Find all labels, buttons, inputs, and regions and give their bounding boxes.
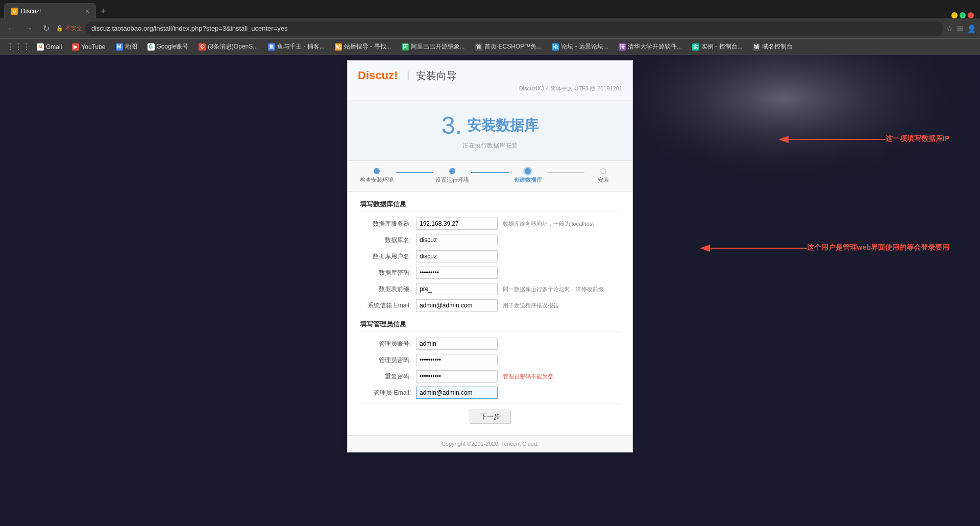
bookmark-gmail-label: Gmail xyxy=(46,43,62,51)
step-connector-3 xyxy=(547,172,584,173)
bookmark-fish[interactable]: 鱼 鱼与千王 - 捕客... xyxy=(264,41,329,52)
new-tab-button[interactable]: + xyxy=(96,4,110,18)
step-number-title: 3. 安装数据库 xyxy=(358,111,622,139)
form-row-db-server: 数据库服务器: 数据库服务器地址，一般为 localhost xyxy=(360,218,620,230)
bookmark-console[interactable]: 实 实例 - 控制台... xyxy=(688,41,747,52)
reload-button[interactable]: ↻ xyxy=(39,21,53,36)
bookmark-forum[interactable]: 论 论坛 - 远景论坛... xyxy=(548,41,612,52)
profile-icon[interactable]: 👤 xyxy=(967,25,976,33)
admin-pass-confirm-hint: 管理员密码不能为空 xyxy=(503,373,553,380)
bookmark-google-label: Google账号 xyxy=(157,42,189,51)
maximize-button[interactable] xyxy=(960,12,966,18)
bookmarks-bar: ⋮⋮⋮ M Gmail ▶ YouTube M 地图 G Google账号 C … xyxy=(0,39,980,55)
form-row-db-prefix: 数据表前缀: 同一数据库运行多个论坛时，请修改前缀 xyxy=(360,283,620,295)
apps-icon[interactable]: ⋮⋮⋮ xyxy=(6,42,31,52)
forward-button[interactable]: → xyxy=(21,21,36,36)
admin-pass-label: 管理员密码: xyxy=(360,356,416,365)
bookmark-alibaba[interactable]: 阿 阿里巴巴开源镜象... xyxy=(398,41,469,52)
annotation-admin: 这个用户是管理web界面使用的等会登录要用 xyxy=(807,243,949,252)
db-prefix-input[interactable] xyxy=(416,283,498,295)
bookmark-search[interactable]: 站 站播搜导 - 寻找... xyxy=(331,41,396,52)
close-button[interactable] xyxy=(968,12,974,18)
admin-account-label: 管理员账号: xyxy=(360,340,416,348)
db-pass-input[interactable] xyxy=(416,267,498,279)
step-dot-3 xyxy=(525,168,531,174)
back-button[interactable]: ← xyxy=(4,21,18,36)
progress-steps: 检查安装环境 设置运行环境 创建数据库 安装 xyxy=(348,161,632,192)
step-dot-2 xyxy=(449,168,455,174)
db-server-input[interactable] xyxy=(416,218,498,230)
progress-step-1: 检查安装环境 xyxy=(358,168,396,184)
form-row-admin-email: 管理员 Email: xyxy=(360,387,620,399)
tab-bar: D Discuz! × + xyxy=(0,0,980,18)
footer-text: Copyright ©2001-2020, Tencent Cloud. xyxy=(442,441,538,447)
bookmark-ecshop-label: 首页-ECSHOP™免... xyxy=(484,42,542,51)
admin-email-input[interactable] xyxy=(416,387,498,399)
bookmark-chrome-ext[interactable]: C (3条消息)OpenS... xyxy=(194,41,262,52)
progress-step-2: 设置运行环境 xyxy=(433,168,471,184)
maps-icon: M xyxy=(116,43,123,51)
address-input[interactable] xyxy=(85,21,943,36)
bookmark-domain[interactable]: 域 域名控制台 xyxy=(749,41,797,52)
admin-pass-confirm-label: 重复密码: xyxy=(360,372,416,381)
admin-section-title: 填写管理员信息 xyxy=(360,320,620,331)
active-tab[interactable]: D Discuz! × xyxy=(4,3,96,18)
domain-icon: 域 xyxy=(753,43,760,51)
extensions-icon[interactable]: ⊞ xyxy=(957,25,963,33)
address-bar-row: ← → ↻ 🔓 不安全 ☆ ⊞ 👤 xyxy=(0,18,980,39)
admin-pass-confirm-input[interactable] xyxy=(416,370,498,382)
form-row-admin-pass-confirm: 重复密码: 管理员密码不能为空 xyxy=(360,370,620,382)
bookmark-forum-label: 论坛 - 远景论坛... xyxy=(561,42,608,51)
forum-icon: 论 xyxy=(552,43,559,51)
db-user-input[interactable] xyxy=(416,250,498,262)
bookmark-tsinghua-label: 清华大学开源软件... xyxy=(628,42,682,51)
bookmark-maps-label: 地图 xyxy=(125,42,137,51)
security-badge: 🔓 不安全 xyxy=(56,25,82,32)
annotation-admin-text: 这个用户是管理web界面使用的等会登录要用 xyxy=(807,243,949,252)
tab-favicon: D xyxy=(11,8,18,15)
panel-title-row: Discuz! 丨 安装向导 xyxy=(358,69,622,83)
tsinghua-icon: 清 xyxy=(619,43,626,51)
bookmark-star-icon[interactable]: ☆ xyxy=(946,25,953,33)
step-connector-1 xyxy=(396,172,433,173)
bookmark-domain-label: 域名控制台 xyxy=(762,42,793,51)
tab-close-button[interactable]: × xyxy=(85,8,89,15)
chrome-ext-icon: C xyxy=(199,43,206,51)
console-icon: 实 xyxy=(692,43,699,51)
admin-account-input[interactable] xyxy=(416,338,498,350)
lock-icon: 🔓 xyxy=(56,25,63,32)
bookmark-ecshop[interactable]: 首 首页-ECSHOP™免... xyxy=(471,41,546,52)
annotation-db-ip: 这一项填写数据库IP xyxy=(886,134,949,144)
bookmark-youtube[interactable]: ▶ YouTube xyxy=(68,42,109,52)
alibaba-icon: 阿 xyxy=(402,43,409,51)
bookmark-fish-label: 鱼与千王 - 捕客... xyxy=(277,42,325,51)
main-content: 这一项填写数据库IP 这个用户是管理web界面使用的等会登录要用 Discuz!… xyxy=(0,55,980,526)
brand-discuz: Discuz! xyxy=(358,69,398,82)
bookmark-console-label: 实例 - 控制台... xyxy=(701,42,743,51)
minimize-button[interactable] xyxy=(951,12,958,18)
panel-footer: Copyright ©2001-2020, Tencent Cloud. xyxy=(348,435,632,452)
bookmark-tsinghua[interactable]: 清 清华大学开源软件... xyxy=(615,41,686,52)
install-panel: Discuz! 丨 安装向导 DiscuzIX3.4 简体中文 UTF8 版 2… xyxy=(347,60,633,452)
step-number: 3. xyxy=(442,111,462,139)
browser-chrome: D Discuz! × + ← → ↻ 🔓 不安全 ☆ ⊞ 👤 ⋮⋮⋮ M xyxy=(0,0,980,55)
annotation-db-ip-text: 这一项填写数据库IP xyxy=(886,134,949,144)
db-name-input[interactable] xyxy=(416,234,498,246)
submit-row: 下一步 xyxy=(360,403,620,430)
next-step-button[interactable]: 下一步 xyxy=(470,410,511,424)
bookmark-google[interactable]: G Google账号 xyxy=(143,41,193,52)
sys-email-input[interactable] xyxy=(416,299,498,312)
tab-title: Discuz! xyxy=(21,8,82,15)
db-section-title: 填写数据库信息 xyxy=(360,200,620,211)
admin-pass-input[interactable] xyxy=(416,354,498,366)
form-row-db-user: 数据库用户名: xyxy=(360,250,620,262)
step-subtitle: 正在执行数据库安装 xyxy=(358,141,622,150)
window-controls xyxy=(951,12,976,18)
db-user-label: 数据库用户名: xyxy=(360,252,416,261)
step-connector-2 xyxy=(471,172,509,173)
bookmark-maps[interactable]: M 地图 xyxy=(112,41,141,52)
ecshop-icon: 首 xyxy=(475,43,482,51)
step-label-2: 设置运行环境 xyxy=(435,176,469,184)
bookmark-gmail[interactable]: M Gmail xyxy=(33,42,66,52)
sys-email-label: 系统信箱 Email: xyxy=(360,301,416,310)
